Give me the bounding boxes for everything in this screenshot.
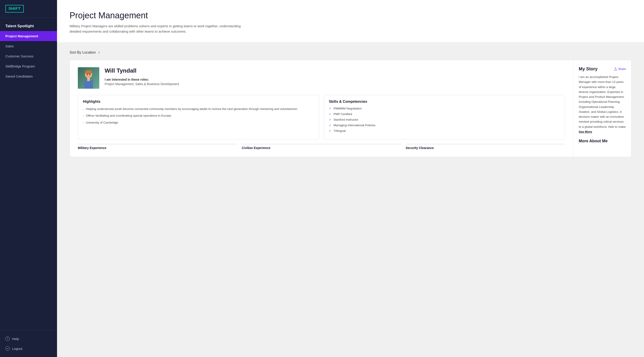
checkmark-icon: ✓: [329, 112, 332, 116]
main-content: Project Management Military Project Mana…: [57, 0, 644, 357]
skills-box: Skills & Competencies ✓ PMMMM Negotiatio…: [324, 95, 565, 139]
svg-point-3: [85, 70, 92, 74]
help-label: Help: [12, 337, 19, 341]
candidate-roles-label: I am interested in these roles:: [105, 78, 179, 81]
sort-button-label: Sort By Location: [70, 50, 96, 54]
checkmark-icon: ✓: [329, 118, 332, 121]
sort-bar: Sort By Location: [70, 50, 632, 54]
page-subtitle: Military Project Managers are skilled pr…: [70, 23, 253, 34]
highlight-text: Officer facilitating and coordinating sp…: [86, 113, 172, 118]
highlight-item-1: · Helping underserved youth become conne…: [83, 107, 314, 111]
candidate-photo-svg: [78, 67, 99, 89]
page-header: Project Management Military Project Mana…: [57, 0, 644, 42]
skill-text: Stanford Instructor: [334, 118, 358, 121]
skill-item-1: ✓ PMMMM Negotiation: [329, 107, 560, 110]
highlight-text: Helping underserved youth become connect…: [86, 107, 298, 111]
highlight-item-3: · University of Cambridge: [83, 120, 314, 125]
svg-point-7: [90, 74, 90, 75]
help-icon: ?: [5, 337, 10, 341]
sidebar-item-label: SkillBridge Program: [5, 64, 35, 68]
checkmark-icon: ✓: [329, 124, 332, 127]
candidate-header: Will Tyndall I am interested in these ro…: [78, 67, 565, 89]
bullet-icon: ·: [83, 107, 84, 111]
sidebar: SHIFT Talent Spotlight Project Managemen…: [0, 0, 57, 357]
logout-icon: ↩: [5, 346, 10, 351]
skill-text: PMMMM Negotiation: [334, 107, 362, 110]
skill-text: PMP Certified: [334, 112, 352, 116]
highlight-text: University of Cambridge: [86, 120, 118, 125]
more-about-me-label: More About Me: [579, 139, 626, 143]
skill-item-2: ✓ PMP Certified: [329, 112, 560, 116]
svg-rect-4: [84, 80, 93, 89]
sidebar-item-project-management[interactable]: Project Management: [0, 31, 57, 41]
svg-rect-5: [87, 77, 90, 81]
sidebar-item-label: Project Management: [5, 34, 38, 38]
candidate-name: Will Tyndall: [105, 67, 179, 74]
svg-point-6: [87, 74, 88, 75]
skill-item-5: ✓ Trilingual: [329, 129, 560, 132]
sidebar-item-label: Saved Candidates: [5, 74, 33, 78]
sidebar-item-label: Customer Success: [5, 54, 34, 58]
story-header: My Story Share: [579, 66, 626, 71]
sidebar-item-label: Sales: [5, 44, 14, 48]
see-more-link[interactable]: See More: [579, 130, 592, 133]
highlight-item-2: · Officer facilitating and coordinating …: [83, 113, 314, 118]
candidate-roles: Project Management, Sales & Business Dev…: [105, 82, 179, 86]
bullet-icon: ·: [83, 121, 84, 125]
skills-title: Skills & Competencies: [329, 100, 560, 104]
logout-item[interactable]: ↩ Logout: [0, 344, 57, 354]
sidebar-bottom: ? Help ↩ Logout: [0, 330, 57, 357]
share-label: Share: [618, 67, 626, 71]
skill-text: Trilingual: [334, 129, 346, 132]
card-columns: Highlights · Helping underserved youth b…: [78, 95, 565, 139]
story-text: I am an accomplished Project Manager wit…: [579, 75, 626, 134]
candidate-card: Will Tyndall I am interested in these ro…: [70, 60, 632, 157]
sort-by-location-button[interactable]: Sort By Location: [70, 50, 100, 54]
military-experience-label: Military Experience: [78, 144, 237, 150]
highlights-box: Highlights · Helping underserved youth b…: [78, 95, 319, 139]
content-area: Sort By Location: [57, 42, 644, 357]
skill-item-4: ✓ Managing International Policies: [329, 124, 560, 127]
bullet-icon: ·: [83, 114, 84, 118]
skill-item-3: ✓ Stanford Instructor: [329, 118, 560, 121]
skill-text: Managing International Policies: [334, 124, 376, 127]
sidebar-nav: Project Management Sales Customer Succes…: [0, 31, 57, 330]
sidebar-section-label: Talent Spotlight: [0, 18, 57, 31]
sidebar-item-skillbridge-program[interactable]: SkillBridge Program: [0, 61, 57, 71]
logo: SHIFT: [5, 5, 24, 12]
civilian-experience-label: Civilian Experience: [242, 144, 401, 150]
sidebar-item-sales[interactable]: Sales: [0, 41, 57, 51]
security-clearance-label: Security Clearance: [406, 144, 565, 150]
help-item[interactable]: ? Help: [0, 334, 57, 344]
card-bottom-labels: Military Experience Civilian Experience …: [78, 144, 565, 150]
my-story-panel: My Story Share I am an accomplished Proj…: [573, 60, 631, 157]
highlights-title: Highlights: [83, 100, 314, 104]
page-title: Project Management: [70, 11, 632, 20]
chevron-right-icon: [98, 51, 100, 54]
logout-label: Logout: [12, 347, 22, 351]
share-icon: [614, 67, 617, 71]
checkmark-icon: ✓: [329, 129, 332, 132]
candidate-photo: [78, 67, 99, 89]
sidebar-item-customer-success[interactable]: Customer Success: [0, 51, 57, 61]
card-left: Will Tyndall I am interested in these ro…: [70, 60, 573, 157]
story-title: My Story: [579, 66, 598, 71]
share-button[interactable]: Share: [614, 67, 626, 71]
logo-area: SHIFT: [0, 0, 57, 18]
candidate-info: Will Tyndall I am interested in these ro…: [105, 67, 179, 86]
sidebar-item-saved-candidates[interactable]: Saved Candidates: [0, 71, 57, 81]
checkmark-icon: ✓: [329, 107, 332, 110]
